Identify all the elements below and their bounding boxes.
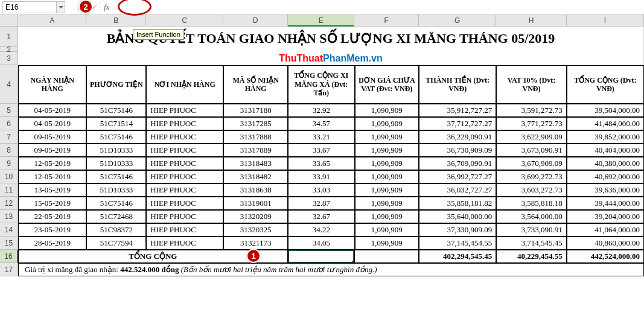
cell-G8[interactable]: 36,730,909.09 (419, 144, 496, 157)
row-header-6[interactable]: 6 (0, 117, 18, 130)
formula-input[interactable] (113, 1, 642, 13)
cell-C14[interactable]: HIEP PHUOC (146, 223, 223, 237)
cell-E16-selected[interactable] (288, 250, 355, 263)
col-header-C[interactable]: C (146, 14, 223, 27)
cell-D5[interactable]: 31317180 (223, 104, 288, 117)
name-box[interactable]: E16 (2, 1, 57, 13)
cell-F16[interactable] (354, 250, 419, 263)
cell-E14[interactable]: 34.22 (288, 223, 355, 237)
cell-H9[interactable]: 3,670,909.09 (496, 157, 566, 170)
name-box-dropdown[interactable] (57, 1, 65, 13)
cell-C7[interactable]: HIEP PHUOC (146, 130, 223, 144)
cell-D14[interactable]: 31320325 (223, 223, 288, 237)
cell-I11[interactable]: 39,636,000.00 (567, 183, 644, 197)
row-header-1[interactable]: 1 (0, 27, 18, 47)
cell-B7[interactable]: 51C75146 (86, 130, 146, 144)
cell-D9[interactable]: 31318483 (223, 157, 288, 170)
col-header-E[interactable]: E (288, 14, 355, 27)
cell-A14[interactable]: 23-05-2019 (18, 223, 86, 237)
cell-I13[interactable]: 39,204,000.00 (567, 210, 644, 223)
cell-B15[interactable]: 51C77594 (86, 237, 146, 250)
cell-B11[interactable]: 51D10333 (86, 183, 146, 197)
cell-G14[interactable]: 37,330,909.09 (419, 223, 496, 237)
row-header-14[interactable]: 14 (0, 223, 18, 237)
row-header-8[interactable]: 8 (0, 144, 18, 157)
cell-A6[interactable]: 04-05-2019 (18, 117, 86, 130)
cell-H11[interactable]: 3,603,272.73 (496, 183, 566, 197)
cell-H12[interactable]: 3,585,818.18 (496, 197, 566, 210)
cell-E8[interactable]: 33.67 (288, 144, 355, 157)
cell-A5[interactable]: 04-05-2019 (18, 104, 86, 117)
cell-A10[interactable]: 12-05-2019 (18, 170, 86, 183)
cell-E13[interactable]: 32.67 (288, 210, 355, 223)
cell-A7[interactable]: 09-05-2019 (18, 130, 86, 144)
cell-B8[interactable]: 51D10333 (86, 144, 146, 157)
cell-C5[interactable]: HIEP PHUOC (146, 104, 223, 117)
cell-G10[interactable]: 36,992,727.27 (419, 170, 496, 183)
cell-A13[interactable]: 22-05-2019 (18, 210, 86, 223)
cell-B9[interactable]: 51D10333 (86, 157, 146, 170)
cell-F7[interactable]: 1,090,909 (355, 130, 419, 144)
col-header-B[interactable]: B (86, 14, 146, 27)
cell-E7[interactable]: 33.21 (288, 130, 355, 144)
cell-F12[interactable]: 1,090,909 (355, 197, 419, 210)
row-header-5[interactable]: 5 (0, 104, 18, 117)
grid[interactable]: BẢNG QUYẾT TOÁN GIAO NHẬN SỐ LƯỢNG XI MĂ… (18, 27, 644, 276)
cell-A11[interactable]: 13-05-2019 (18, 183, 86, 197)
cell-F11[interactable]: 1,090,909 (355, 183, 419, 197)
cell-C11[interactable]: HIEP PHUOC (146, 183, 223, 197)
cell-H5[interactable]: 3,591,272.73 (496, 104, 566, 117)
row-header-13[interactable]: 13 (0, 210, 18, 223)
row-header-16[interactable]: 16 (0, 250, 18, 263)
cell-B5[interactable]: 51C75146 (86, 104, 146, 117)
cell-A12[interactable]: 15-05-2019 (18, 197, 86, 210)
cell-I12[interactable]: 39,444,000.00 (567, 197, 644, 210)
cell-D15[interactable]: 31321173 (223, 237, 288, 250)
cell-B12[interactable]: 51C75146 (86, 197, 146, 210)
row-header-4[interactable]: 4 (0, 65, 18, 104)
cell-D7[interactable]: 31317888 (223, 130, 288, 144)
cell-B13[interactable]: 51C72468 (86, 210, 146, 223)
row-header-15[interactable]: 15 (0, 237, 18, 250)
cell-H15[interactable]: 3,714,545.45 (496, 237, 566, 250)
row-header-7[interactable]: 7 (0, 130, 18, 144)
cell-C12[interactable]: HIEP PHUOC (146, 197, 223, 210)
cell-E11[interactable]: 33.03 (288, 183, 355, 197)
cell-E10[interactable]: 33.91 (288, 170, 355, 183)
total-I[interactable]: 442,524,000.00 (567, 250, 644, 263)
cell-G15[interactable]: 37,145,454.55 (419, 237, 496, 250)
cell-E12[interactable]: 32.87 (288, 197, 355, 210)
cell-I14[interactable]: 41,064,000.00 (567, 223, 644, 237)
cell-G12[interactable]: 35,858,181.82 (419, 197, 496, 210)
cell-E6[interactable]: 34.57 (288, 117, 355, 130)
cell-F14[interactable]: 1,090,909 (355, 223, 419, 237)
cell-G6[interactable]: 37,712,727.27 (419, 117, 496, 130)
cell-G5[interactable]: 35,912,727.27 (419, 104, 496, 117)
cell-A15[interactable]: 28-05-2019 (18, 237, 86, 250)
cell-I7[interactable]: 39,852,000.00 (567, 130, 644, 144)
cell-G7[interactable]: 36,229,090.91 (419, 130, 496, 144)
cell-E15[interactable]: 34.05 (288, 237, 355, 250)
cell-G13[interactable]: 35,640,000.00 (419, 210, 496, 223)
cell-I5[interactable]: 39,504,000.00 (567, 104, 644, 117)
cell-C8[interactable]: HIEP PHUOC (146, 144, 223, 157)
cell-I15[interactable]: 40,860,000.00 (567, 237, 644, 250)
cell-I9[interactable]: 40,380,000.00 (567, 157, 644, 170)
cell-A8[interactable]: 09-05-2019 (18, 144, 86, 157)
cell-C9[interactable]: HIEP PHUOC (146, 157, 223, 170)
cell-C15[interactable]: HIEP PHUOC (146, 237, 223, 250)
cell-G9[interactable]: 36,709,090.91 (419, 157, 496, 170)
cell-H13[interactable]: 3,564,000.00 (496, 210, 566, 223)
col-header-A[interactable]: A (18, 14, 86, 27)
cell-F15[interactable]: 1,090,909 (355, 237, 419, 250)
cell-E5[interactable]: 32.92 (288, 104, 355, 117)
cell-H8[interactable]: 3,673,090.91 (496, 144, 566, 157)
cell-H7[interactable]: 3,622,909.09 (496, 130, 566, 144)
cell-H6[interactable]: 3,771,272.73 (496, 117, 566, 130)
cell-H10[interactable]: 3,699,272.73 (496, 170, 566, 183)
cell-I8[interactable]: 40,404,000.00 (567, 144, 644, 157)
cell-C10[interactable]: HIEP PHUOC (146, 170, 223, 183)
cell-I10[interactable]: 40,692,000.00 (567, 170, 644, 183)
cell-B6[interactable]: 51C71514 (86, 117, 146, 130)
cell-D12[interactable]: 31319001 (223, 197, 288, 210)
